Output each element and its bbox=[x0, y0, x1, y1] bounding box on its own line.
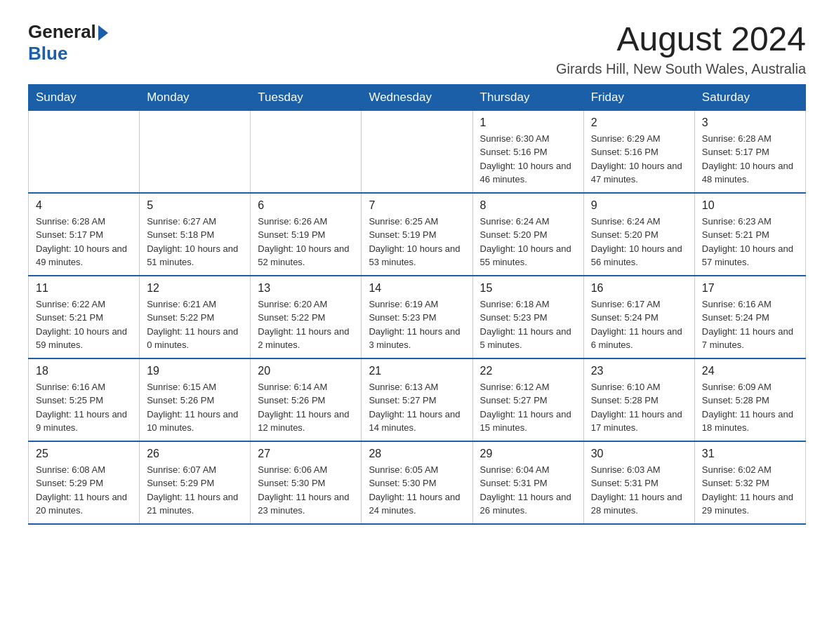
day-info: Sunrise: 6:14 AMSunset: 5:26 PMDaylight:… bbox=[258, 380, 354, 435]
calendar-day-cell: 25Sunrise: 6:08 AMSunset: 5:29 PMDayligh… bbox=[29, 441, 140, 524]
day-info: Sunrise: 6:19 AMSunset: 5:23 PMDaylight:… bbox=[369, 297, 465, 352]
calendar-day-cell: 28Sunrise: 6:05 AMSunset: 5:30 PMDayligh… bbox=[362, 441, 472, 524]
calendar-day-cell: 29Sunrise: 6:04 AMSunset: 5:31 PMDayligh… bbox=[472, 441, 583, 524]
day-number: 4 bbox=[36, 199, 132, 212]
calendar-day-cell: 2Sunrise: 6:29 AMSunset: 5:16 PMDaylight… bbox=[583, 110, 694, 193]
calendar-day-cell: 12Sunrise: 6:21 AMSunset: 5:22 PMDayligh… bbox=[140, 276, 251, 358]
day-number: 21 bbox=[369, 365, 465, 377]
day-number: 14 bbox=[369, 282, 465, 295]
day-info: Sunrise: 6:28 AMSunset: 5:17 PMDaylight:… bbox=[36, 215, 132, 269]
calendar-day-cell: 11Sunrise: 6:22 AMSunset: 5:21 PMDayligh… bbox=[29, 276, 140, 358]
day-number: 23 bbox=[591, 365, 687, 377]
calendar-day-cell: 22Sunrise: 6:12 AMSunset: 5:27 PMDayligh… bbox=[472, 358, 583, 441]
calendar-day-cell: 5Sunrise: 6:27 AMSunset: 5:18 PMDaylight… bbox=[140, 193, 251, 276]
calendar-day-cell: 24Sunrise: 6:09 AMSunset: 5:28 PMDayligh… bbox=[694, 358, 805, 441]
day-info: Sunrise: 6:06 AMSunset: 5:30 PMDaylight:… bbox=[258, 463, 354, 518]
calendar-day-cell: 23Sunrise: 6:10 AMSunset: 5:28 PMDayligh… bbox=[583, 358, 694, 441]
calendar-day-cell: 14Sunrise: 6:19 AMSunset: 5:23 PMDayligh… bbox=[362, 276, 472, 358]
day-info: Sunrise: 6:27 AMSunset: 5:18 PMDaylight:… bbox=[147, 215, 243, 269]
day-info: Sunrise: 6:03 AMSunset: 5:31 PMDaylight:… bbox=[591, 463, 687, 518]
day-info: Sunrise: 6:16 AMSunset: 5:25 PMDaylight:… bbox=[36, 380, 132, 435]
calendar-body: 1Sunrise: 6:30 AMSunset: 5:16 PMDaylight… bbox=[29, 110, 806, 524]
location-subtitle: Girards Hill, New South Wales, Australia bbox=[556, 61, 806, 77]
day-number: 12 bbox=[147, 282, 243, 295]
day-number: 11 bbox=[36, 282, 132, 295]
day-number: 29 bbox=[480, 448, 576, 460]
calendar-header: SundayMondayTuesdayWednesdayThursdayFrid… bbox=[29, 84, 806, 110]
day-info: Sunrise: 6:16 AMSunset: 5:24 PMDaylight:… bbox=[702, 297, 798, 352]
day-info: Sunrise: 6:12 AMSunset: 5:27 PMDaylight:… bbox=[480, 380, 576, 435]
calendar-day-cell: 17Sunrise: 6:16 AMSunset: 5:24 PMDayligh… bbox=[694, 276, 805, 358]
calendar-day-cell: 6Sunrise: 6:26 AMSunset: 5:19 PMDaylight… bbox=[251, 193, 362, 276]
calendar-day-cell: 18Sunrise: 6:16 AMSunset: 5:25 PMDayligh… bbox=[29, 358, 140, 441]
calendar-week-row: 18Sunrise: 6:16 AMSunset: 5:25 PMDayligh… bbox=[29, 358, 806, 441]
calendar-day-cell: 7Sunrise: 6:25 AMSunset: 5:19 PMDaylight… bbox=[362, 193, 472, 276]
day-number: 15 bbox=[480, 282, 576, 295]
day-number: 3 bbox=[702, 116, 798, 129]
day-number: 20 bbox=[258, 365, 354, 377]
calendar-day-cell: 8Sunrise: 6:24 AMSunset: 5:20 PMDaylight… bbox=[472, 193, 583, 276]
day-number: 6 bbox=[258, 199, 354, 212]
day-number: 5 bbox=[147, 199, 243, 212]
calendar-day-cell bbox=[29, 110, 140, 193]
day-info: Sunrise: 6:25 AMSunset: 5:19 PMDaylight:… bbox=[369, 215, 465, 269]
calendar-week-row: 11Sunrise: 6:22 AMSunset: 5:21 PMDayligh… bbox=[29, 276, 806, 358]
calendar-day-cell: 19Sunrise: 6:15 AMSunset: 5:26 PMDayligh… bbox=[140, 358, 251, 441]
day-info: Sunrise: 6:05 AMSunset: 5:30 PMDaylight:… bbox=[369, 463, 465, 518]
calendar-day-cell: 30Sunrise: 6:03 AMSunset: 5:31 PMDayligh… bbox=[583, 441, 694, 524]
day-number: 1 bbox=[480, 116, 576, 129]
day-info: Sunrise: 6:10 AMSunset: 5:28 PMDaylight:… bbox=[591, 380, 687, 435]
day-number: 31 bbox=[702, 448, 798, 460]
logo-general-text: General bbox=[28, 21, 96, 43]
day-info: Sunrise: 6:13 AMSunset: 5:27 PMDaylight:… bbox=[369, 380, 465, 435]
day-number: 19 bbox=[147, 365, 243, 377]
logo-arrow-icon bbox=[98, 25, 108, 41]
day-number: 16 bbox=[591, 282, 687, 295]
calendar-day-cell bbox=[140, 110, 251, 193]
calendar-day-cell: 15Sunrise: 6:18 AMSunset: 5:23 PMDayligh… bbox=[472, 276, 583, 358]
calendar-day-cell: 1Sunrise: 6:30 AMSunset: 5:16 PMDaylight… bbox=[472, 110, 583, 193]
day-info: Sunrise: 6:28 AMSunset: 5:17 PMDaylight:… bbox=[702, 132, 798, 187]
day-info: Sunrise: 6:22 AMSunset: 5:21 PMDaylight:… bbox=[36, 297, 132, 352]
day-number: 13 bbox=[258, 282, 354, 295]
calendar-day-cell: 9Sunrise: 6:24 AMSunset: 5:20 PMDaylight… bbox=[583, 193, 694, 276]
page-header: General Blue August 2024 Girards Hill, N… bbox=[28, 21, 806, 77]
weekday-header-thursday: Thursday bbox=[472, 84, 583, 110]
day-number: 24 bbox=[702, 365, 798, 377]
weekday-header-monday: Monday bbox=[140, 84, 251, 110]
day-info: Sunrise: 6:17 AMSunset: 5:24 PMDaylight:… bbox=[591, 297, 687, 352]
day-info: Sunrise: 6:18 AMSunset: 5:23 PMDaylight:… bbox=[480, 297, 576, 352]
day-info: Sunrise: 6:24 AMSunset: 5:20 PMDaylight:… bbox=[591, 215, 687, 269]
calendar-day-cell: 10Sunrise: 6:23 AMSunset: 5:21 PMDayligh… bbox=[694, 193, 805, 276]
calendar-day-cell: 13Sunrise: 6:20 AMSunset: 5:22 PMDayligh… bbox=[251, 276, 362, 358]
calendar-day-cell: 16Sunrise: 6:17 AMSunset: 5:24 PMDayligh… bbox=[583, 276, 694, 358]
day-number: 18 bbox=[36, 365, 132, 377]
day-info: Sunrise: 6:15 AMSunset: 5:26 PMDaylight:… bbox=[147, 380, 243, 435]
weekday-header-sunday: Sunday bbox=[29, 84, 140, 110]
month-year-title: August 2024 bbox=[556, 21, 806, 58]
day-info: Sunrise: 6:20 AMSunset: 5:22 PMDaylight:… bbox=[258, 297, 354, 352]
calendar-week-row: 4Sunrise: 6:28 AMSunset: 5:17 PMDaylight… bbox=[29, 193, 806, 276]
calendar-day-cell bbox=[362, 110, 472, 193]
calendar-table: SundayMondayTuesdayWednesdayThursdayFrid… bbox=[28, 84, 806, 525]
day-number: 30 bbox=[591, 448, 687, 460]
day-info: Sunrise: 6:02 AMSunset: 5:32 PMDaylight:… bbox=[702, 463, 798, 518]
calendar-day-cell: 4Sunrise: 6:28 AMSunset: 5:17 PMDaylight… bbox=[29, 193, 140, 276]
day-number: 2 bbox=[591, 116, 687, 129]
weekday-header-tuesday: Tuesday bbox=[251, 84, 362, 110]
day-number: 17 bbox=[702, 282, 798, 295]
calendar-week-row: 1Sunrise: 6:30 AMSunset: 5:16 PMDaylight… bbox=[29, 110, 806, 193]
logo: General Blue bbox=[28, 21, 108, 65]
day-number: 25 bbox=[36, 448, 132, 460]
weekday-header-row: SundayMondayTuesdayWednesdayThursdayFrid… bbox=[29, 84, 806, 110]
calendar-day-cell bbox=[251, 110, 362, 193]
weekday-header-friday: Friday bbox=[583, 84, 694, 110]
weekday-header-saturday: Saturday bbox=[694, 84, 805, 110]
day-info: Sunrise: 6:09 AMSunset: 5:28 PMDaylight:… bbox=[702, 380, 798, 435]
day-number: 8 bbox=[480, 199, 576, 212]
calendar-day-cell: 20Sunrise: 6:14 AMSunset: 5:26 PMDayligh… bbox=[251, 358, 362, 441]
day-info: Sunrise: 6:07 AMSunset: 5:29 PMDaylight:… bbox=[147, 463, 243, 518]
calendar-day-cell: 21Sunrise: 6:13 AMSunset: 5:27 PMDayligh… bbox=[362, 358, 472, 441]
day-number: 26 bbox=[147, 448, 243, 460]
day-info: Sunrise: 6:08 AMSunset: 5:29 PMDaylight:… bbox=[36, 463, 132, 518]
